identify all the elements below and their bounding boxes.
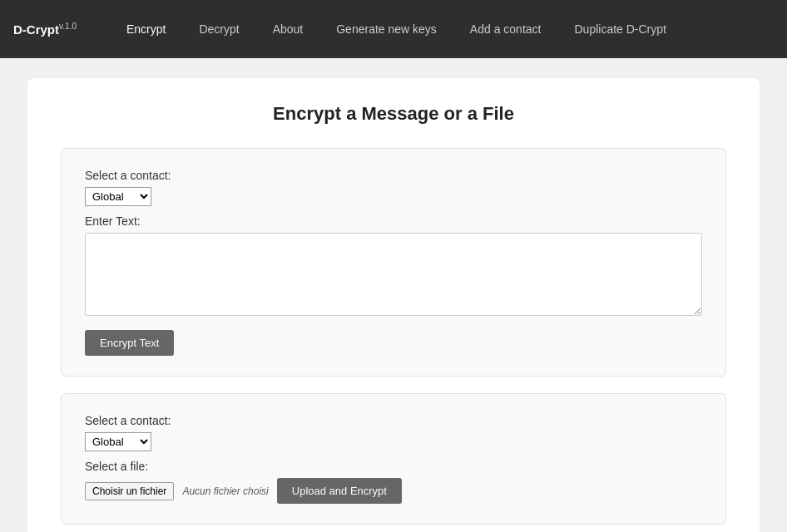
enter-text-label: Enter Text: [85,214,702,228]
text-contact-select[interactable]: Global [85,187,151,206]
page-title: Encrypt a Message or a File [61,103,726,125]
app-brand: D-Cryptv.1.0 [13,22,77,37]
message-textarea[interactable] [85,233,702,316]
brand-version: v.1.0 [59,22,77,31]
file-contact-label: Select a contact: [85,414,702,427]
nav-links: Encrypt Decrypt About Generate new keys … [110,0,683,58]
main-content: Encrypt a Message or a File Select a con… [0,58,787,532]
file-select-label: Select a file: [85,460,702,473]
text-encryption-section: Select a contact: Global Enter Text: Enc… [61,148,726,377]
nav-decrypt[interactable]: Decrypt [182,0,255,58]
encrypt-text-button[interactable]: Encrypt Text [85,330,174,356]
file-contact-select[interactable]: Global [85,432,151,451]
navbar: D-Cryptv.1.0 Encrypt Decrypt About Gener… [0,0,787,58]
file-encryption-section: Select a contact: Global Select a file: … [61,393,726,525]
nav-about[interactable]: About [256,0,320,58]
nav-generate-keys[interactable]: Generate new keys [319,0,453,58]
choose-file-label[interactable]: Choisir un fichier [85,485,174,497]
nav-duplicate[interactable]: Duplicate D-Crypt [557,0,682,58]
nav-add-contact[interactable]: Add a contact [453,0,558,58]
nav-encrypt[interactable]: Encrypt [110,0,182,58]
brand-name: D-Crypt [13,22,59,37]
no-file-chosen-text: Aucun fichier choisi [182,485,268,497]
page-card: Encrypt a Message or a File Select a con… [27,78,760,532]
choose-file-button[interactable]: Choisir un fichier [85,482,174,500]
upload-encrypt-button[interactable]: Upload and Encrypt [277,478,402,504]
file-row: Choisir un fichier Aucun fichier choisi … [85,478,702,504]
text-contact-label: Select a contact: [85,169,702,182]
